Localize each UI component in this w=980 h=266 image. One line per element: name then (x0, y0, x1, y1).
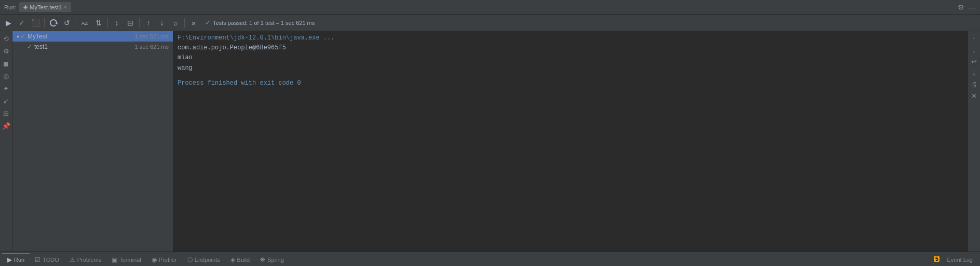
spring-tab-icon: ❋ (260, 256, 265, 263)
more-button[interactable]: » (187, 17, 200, 29)
scroll-end-button[interactable]: ⤓ (969, 68, 979, 78)
sort-dur-button[interactable]: ⇅ (92, 17, 105, 29)
problems-tab-icon: ⚠ (70, 256, 75, 263)
tab-spring[interactable]: ❋ Spring (255, 253, 289, 265)
tab-event-log[interactable]: Event Log (942, 254, 978, 265)
profiler-tab-label: Profiler (159, 257, 177, 263)
tab-terminal[interactable]: ▣ Terminal (106, 253, 146, 265)
todo-tab-icon: ☑ (35, 256, 40, 263)
stop-button[interactable]: ⬛ (29, 17, 42, 29)
title-bar: Run: ◈ MyTest.test1 × ⚙ — (0, 0, 980, 15)
tab-profiler[interactable]: ◉ Profiler (146, 253, 182, 265)
separator-1 (44, 18, 45, 28)
check-button[interactable]: ✓ (16, 17, 28, 29)
sidebar-stop-icon[interactable]: ◼ (1, 58, 11, 69)
output-panel: F:\Environment\jdk-12.0.1\bin\java.exe .… (173, 31, 968, 251)
sidebar-rerun-icon[interactable]: ⟲ (1, 33, 11, 44)
run-label: Run: (4, 4, 16, 10)
scroll-bottom-button[interactable]: ↓ (969, 45, 979, 55)
terminal-tab-label: Terminal (119, 257, 141, 263)
test-name-test1: test1 (34, 43, 135, 50)
soft-wrap-button[interactable]: ↩ (969, 56, 979, 66)
sidebar-star-icon[interactable]: ✦ (1, 83, 11, 94)
profiler-tab-icon: ◉ (152, 256, 157, 263)
test-time-mytest: 1 sec 621 ms (135, 33, 169, 39)
scroll-top-button[interactable]: ↑ (969, 33, 979, 44)
gear-icon[interactable]: ⚙ (958, 3, 964, 11)
problems-tab-label: Problems (77, 257, 101, 263)
rerun-all-button[interactable]: ↺ (61, 17, 73, 29)
title-bar-actions: ⚙ — (958, 3, 976, 11)
prev-button[interactable]: ↑ (142, 17, 155, 29)
build-tab-icon: ◈ (230, 256, 235, 263)
bottom-bar: ▶ Run ☑ TODO ⚠ Problems ▣ Terminal ◉ Pro… (0, 251, 980, 266)
event-log-label: Event Log (947, 257, 973, 263)
collapse-button[interactable]: ⊟ (124, 17, 137, 29)
sidebar-import-icon[interactable]: ↙ (1, 96, 11, 106)
pass-icon: ✓ (20, 33, 25, 40)
tab-close-icon[interactable]: × (64, 4, 67, 10)
sidebar-pin-icon[interactable]: 📌 (1, 121, 11, 131)
pass-icon-test1: ✓ (27, 43, 32, 50)
event-log-badge: 5 (934, 256, 940, 262)
toolbar: ▶ ✓ ⬛ ↺ AZ ⇅ ↕ ⊟ ↑ ↓ ⌕ » ✓ Tests passed:… (0, 15, 980, 31)
test-item-test1[interactable]: ✓ test1 1 sec 621 ms (12, 42, 173, 52)
separator-3 (107, 18, 108, 28)
svg-text:AZ: AZ (81, 20, 88, 25)
tab-run[interactable]: ▶ Run (2, 253, 30, 265)
tab-build[interactable]: ◈ Build (225, 253, 255, 265)
rerun-failed-button[interactable] (47, 17, 60, 29)
sidebar-group-icon[interactable]: ⊞ (1, 108, 11, 118)
run-tab-label: Run (14, 257, 24, 263)
tab-endpoints[interactable]: ⬡ Endpoints (182, 253, 225, 265)
sort-alpha-button[interactable]: AZ (79, 17, 91, 29)
spring-tab-label: Spring (267, 257, 284, 263)
run-button[interactable]: ▶ (2, 17, 15, 29)
title-tab[interactable]: ◈ MyTest.test1 × (19, 2, 71, 12)
build-tab-label: Build (237, 257, 250, 263)
sidebar-settings-icon[interactable]: ⚙ (1, 46, 11, 56)
endpoints-tab-label: Endpoints (195, 257, 220, 263)
todo-tab-label: TODO (43, 257, 59, 263)
test-item-mytest[interactable]: ▾ ✓ MyTest 1 sec 621 ms (12, 31, 173, 42)
right-actions: ↑ ↓ ↩ ⤓ 🖨 ✕ (968, 31, 980, 251)
test-name-mytest: MyTest (28, 33, 135, 40)
test-status: ✓ Tests passed: 1 of 1 test – 1 sec 621 … (205, 19, 315, 26)
output-line-4: wang (178, 63, 963, 73)
run-tab-icon: ▶ (7, 256, 12, 263)
main-content: ⟲ ⚙ ◼ ◎ ✦ ↙ ⊞ 📌 ▾ ✓ MyTest 1 sec 621 ms … (0, 31, 980, 251)
test-panel: ▾ ✓ MyTest 1 sec 621 ms ✓ test1 1 sec 62… (12, 31, 173, 251)
output-line-1: F:\Environment\jdk-12.0.1\bin\java.exe .… (178, 33, 963, 43)
separator-4 (139, 18, 140, 28)
tab-todo[interactable]: ☑ TODO (30, 253, 64, 265)
endpoints-tab-icon: ⬡ (187, 256, 193, 263)
sidebar-snapshot-icon[interactable]: ◎ (1, 71, 11, 81)
separator-2 (76, 18, 76, 28)
output-line-6: Process finished with exit code 0 (178, 78, 963, 88)
next-button[interactable]: ↓ (156, 17, 168, 29)
output-line-3: miao (178, 53, 963, 63)
sidebar-icons: ⟲ ⚙ ◼ ◎ ✦ ↙ ⊞ 📌 (0, 31, 12, 251)
test-time-test1: 1 sec 621 ms (135, 44, 169, 50)
print-button[interactable]: 🖨 (969, 79, 979, 89)
expand-button[interactable]: ↕ (111, 17, 123, 29)
separator-5 (184, 18, 185, 28)
search-button[interactable]: ⌕ (169, 17, 182, 29)
tab-problems[interactable]: ⚠ Problems (64, 253, 106, 265)
status-check-icon: ✓ (205, 19, 211, 26)
remove-button[interactable]: ✕ (969, 90, 979, 101)
tab-icon: ◈ (23, 4, 28, 10)
status-text: Tests passed: 1 of 1 test – 1 sec 621 ms (213, 20, 315, 26)
terminal-tab-icon: ▣ (112, 256, 117, 263)
tab-name: MyTest.test1 (30, 4, 62, 10)
output-line-5 (178, 73, 963, 78)
arrow-icon: ▾ (17, 34, 19, 39)
output-line-2: com.adie.pojo.People@68e965f5 (178, 43, 963, 53)
minimize-icon[interactable]: — (969, 3, 976, 11)
bottom-bar-right: 5 Event Log (934, 254, 978, 265)
